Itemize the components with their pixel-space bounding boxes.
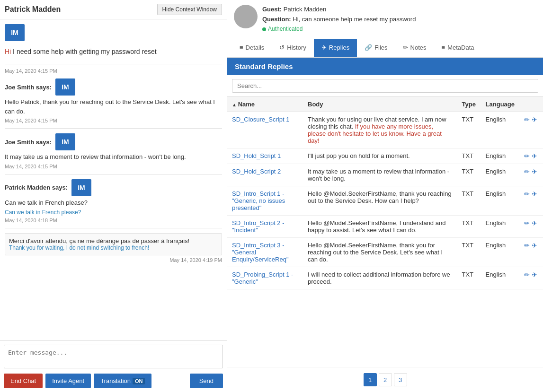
timestamp: May 14, 2020 4:15 PM — [5, 118, 222, 123]
reply-body: Hello @Model.SeekerFirstName, thank you … — [303, 186, 457, 216]
message-input[interactable] — [4, 345, 223, 368]
details-icon: ≡ — [240, 44, 243, 51]
message-text: Can we talk in French please? — [5, 198, 222, 208]
reply-name[interactable]: SD_Probing_Script 1 - "Generic" — [227, 267, 303, 289]
send-button[interactable]: Send — [190, 374, 223, 388]
input-area: End Chat Invite Agent Translation ON Sen… — [0, 340, 227, 392]
avatar: IM — [71, 179, 91, 196]
send-reply-icon[interactable]: ✈ — [532, 219, 537, 227]
translation-button[interactable]: Translation ON — [94, 374, 151, 388]
guest-info: Guest: Patrick Madden Question: Hi, can … — [262, 5, 416, 34]
reply-actions: ✏✈ — [519, 148, 543, 164]
reply-type: TXT — [457, 148, 481, 164]
list-item: Merci d'avoir attendu, ça ne me dérange … — [5, 233, 222, 263]
reply-name[interactable]: SD_Intro_Script 2 - "Incident" — [227, 216, 303, 238]
reply-actions: ✏✈ — [519, 112, 543, 148]
tab-label: History — [287, 44, 306, 51]
tab-files[interactable]: 🔗 Files — [357, 39, 395, 57]
auth-label: Authenticated — [268, 25, 303, 34]
reply-language: English — [481, 216, 519, 238]
reply-type: TXT — [457, 112, 481, 148]
send-reply-icon[interactable]: ✈ — [532, 190, 537, 198]
edit-icon[interactable]: ✏ — [524, 242, 530, 249]
replies-table: Name Body Type Language SD_Closure_Scrip… — [227, 97, 543, 367]
files-icon: 🔗 — [365, 44, 372, 51]
edit-icon[interactable]: ✏ — [524, 152, 530, 160]
tab-details[interactable]: ≡ Details — [232, 39, 272, 57]
reply-name[interactable]: SD_Hold_Script 2 — [227, 164, 303, 186]
agent-name: Joe Smith says: — [5, 139, 52, 146]
avatar: IM — [55, 78, 75, 96]
reply-language: English — [481, 238, 519, 267]
divider — [5, 128, 222, 129]
send-reply-icon[interactable]: ✈ — [532, 152, 537, 160]
send-reply-icon[interactable]: ✈ — [532, 116, 537, 123]
invite-agent-button[interactable]: Invite Agent — [45, 374, 91, 388]
reply-body: Hello @Model.SeekerFirstName, thank you … — [303, 238, 457, 267]
reply-name[interactable]: SD_Hold_Script 1 — [227, 148, 303, 164]
edit-icon[interactable]: ✏ — [524, 219, 530, 227]
left-header: Patrick Madden Hide Context Window — [0, 0, 227, 19]
page-1-button[interactable]: 1 — [364, 373, 377, 386]
reply-body: Hello @Model.SeekerFirstName, I understa… — [303, 216, 457, 238]
table-header-row: Name Body Type Language — [227, 97, 543, 112]
reply-body: I will need to collect additional inform… — [303, 267, 457, 289]
reply-language: English — [481, 112, 519, 148]
reply-language: English — [481, 164, 519, 186]
reply-actions: ✏✈ — [519, 186, 543, 216]
tab-metadata[interactable]: ≡ MetaData — [434, 39, 482, 57]
search-input[interactable] — [232, 79, 538, 93]
edit-icon[interactable]: ✏ — [524, 190, 530, 198]
send-reply-icon[interactable]: ✈ — [532, 271, 537, 279]
col-header-name: Name — [227, 97, 303, 112]
send-reply-icon[interactable]: ✈ — [532, 242, 537, 249]
tab-notes[interactable]: ✏ Notes — [395, 39, 434, 57]
original-text: Merci d'avoir attendu, ça ne me dérange … — [9, 237, 218, 244]
message-text: Hello Patrick, thank you for reaching ou… — [5, 97, 222, 116]
translated-text: Can we talk in French please? — [5, 209, 222, 216]
send-reply-icon[interactable]: ✈ — [532, 168, 537, 175]
table-row: SD_Intro_Script 1 - "Generic, no issues … — [227, 186, 543, 216]
reply-type: TXT — [457, 186, 481, 216]
reply-type: TXT — [457, 164, 481, 186]
auth-dot — [262, 27, 266, 31]
translated-text: Thank you for waiting, I do not mind swi… — [9, 244, 218, 251]
page-3-button[interactable]: 3 — [394, 373, 407, 386]
table-row: SD_Intro_Script 3 - "General Enquiry/Ser… — [227, 238, 543, 267]
page-2-button[interactable]: 2 — [379, 373, 392, 386]
list-item: Patrick Madden says: IM Can we talk in F… — [5, 179, 222, 224]
reply-language: English — [481, 267, 519, 289]
hide-context-button[interactable]: Hide Context Window — [157, 4, 222, 15]
reply-name[interactable]: SD_Intro_Script 1 - "Generic, no issues … — [227, 186, 303, 216]
tab-history[interactable]: ↺ History — [272, 39, 313, 57]
reply-body: It may take us a moment to review that i… — [303, 164, 457, 186]
chat-title: Patrick Madden — [5, 5, 61, 14]
message-header: Joe Smith says: IM — [5, 133, 222, 150]
col-header-language: Language — [481, 97, 519, 112]
reply-actions: ✏✈ — [519, 267, 543, 289]
reply-type: TXT — [457, 216, 481, 238]
edit-icon[interactable]: ✏ — [524, 168, 530, 175]
tab-replies[interactable]: ✈ Replies — [314, 39, 357, 57]
col-header-type: Type — [457, 97, 481, 112]
notes-icon: ✏ — [403, 44, 408, 51]
question-label: Question: — [262, 16, 291, 23]
divider — [5, 174, 222, 174]
left-panel: Patrick Madden Hide Context Window IM Hi… — [0, 0, 227, 392]
guest-question-line: Question: Hi, can someone help me reset … — [262, 15, 416, 25]
search-box-container — [227, 75, 543, 97]
reply-name[interactable]: SD_Closure_Script 1 — [227, 112, 303, 148]
tab-label: Files — [374, 44, 387, 51]
table-row: SD_Intro_Script 2 - "Incident"Hello @Mod… — [227, 216, 543, 238]
guest-question: Hi, can someone help me reset my passwor… — [293, 16, 416, 23]
edit-icon[interactable]: ✏ — [524, 271, 530, 279]
translation-status: ON — [133, 378, 145, 384]
authenticated-badge: Authenticated — [262, 25, 303, 34]
edit-icon[interactable]: ✏ — [524, 116, 530, 123]
end-chat-button[interactable]: End Chat — [4, 374, 43, 388]
list-item: Joe Smith says: IM Hello Patrick, thank … — [5, 78, 222, 123]
avatar — [234, 5, 258, 28]
reply-name[interactable]: SD_Intro_Script 3 - "General Enquiry/Ser… — [227, 238, 303, 267]
col-header-body: Body — [303, 97, 457, 112]
guest-name: Patrick Madden — [284, 6, 326, 13]
